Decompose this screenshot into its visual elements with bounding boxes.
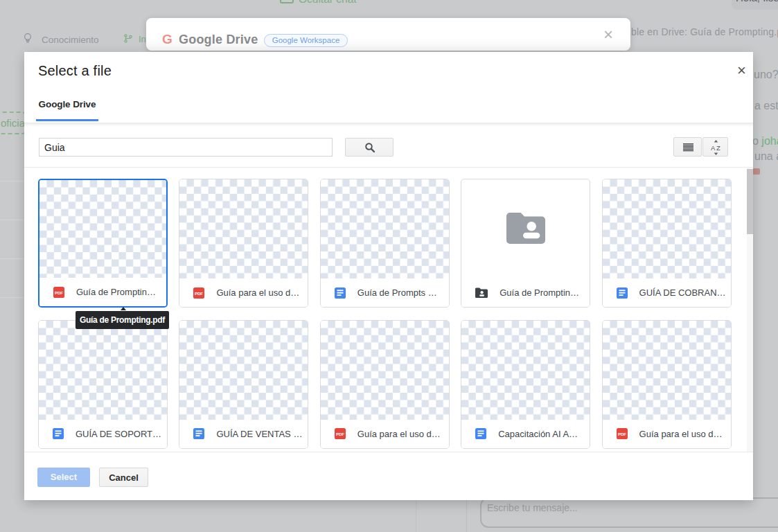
svg-text:PDF: PDF (195, 291, 203, 295)
svg-text:PDF: PDF (618, 432, 626, 436)
svg-text:PDF: PDF (336, 432, 344, 436)
svg-text:A: A (711, 144, 716, 152)
svg-text:PDF: PDF (55, 290, 63, 294)
svg-text:Z: Z (716, 144, 720, 152)
